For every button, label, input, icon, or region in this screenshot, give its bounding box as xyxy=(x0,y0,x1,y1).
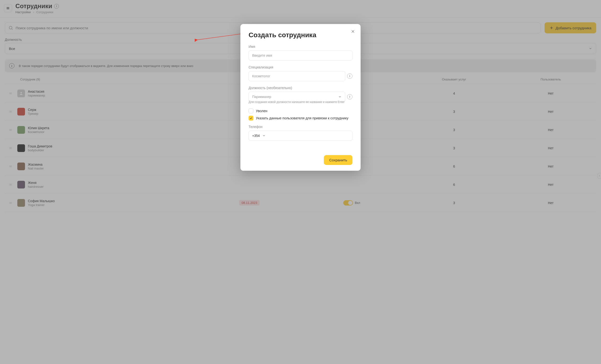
fired-label: Уволен xyxy=(256,109,267,113)
bind-user-checkbox[interactable] xyxy=(249,116,253,121)
info-icon[interactable]: i xyxy=(347,74,352,79)
chevron-down-icon xyxy=(338,95,342,98)
spec-label: Специализация xyxy=(249,65,352,69)
phone-input[interactable]: +354 xyxy=(249,131,352,141)
name-input[interactable] xyxy=(249,50,352,60)
close-icon xyxy=(351,29,355,34)
modal-overlay: Создать сотрудника Имя Специализация i Д… xyxy=(0,0,601,364)
check-icon xyxy=(250,117,252,120)
save-button[interactable]: Сохранить xyxy=(324,155,352,165)
name-label: Имя xyxy=(249,45,352,48)
position-label: Должность (необязательно) xyxy=(249,86,352,90)
modal-close-button[interactable] xyxy=(350,28,356,35)
info-icon[interactable]: i xyxy=(347,94,352,99)
position-hint: Для создания новой должности напишите ее… xyxy=(249,100,352,104)
spec-input[interactable] xyxy=(249,71,345,81)
modal-title: Создать сотрудника xyxy=(249,31,352,39)
fired-checkbox[interactable] xyxy=(249,108,253,113)
chevron-down-icon xyxy=(262,134,266,137)
phone-label: Телефон xyxy=(249,125,352,129)
bind-user-label: Указать данные пользователя для привязки… xyxy=(256,116,348,120)
create-employee-modal: Создать сотрудника Имя Специализация i Д… xyxy=(240,24,361,171)
